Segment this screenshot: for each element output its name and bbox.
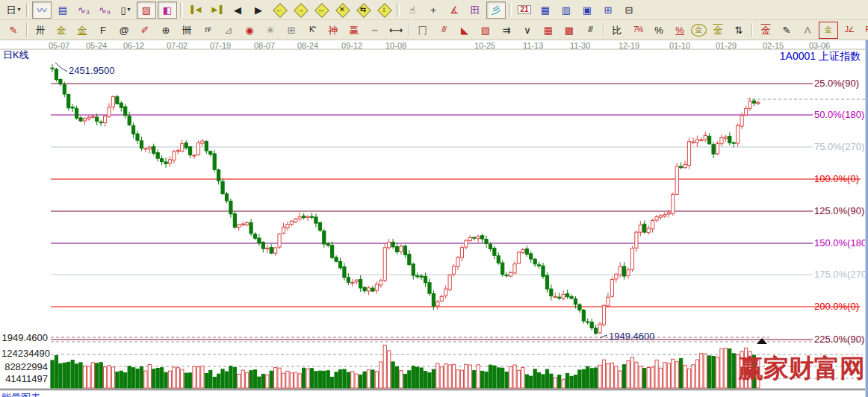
arrow-fan-icon[interactable]: ⇉ bbox=[497, 22, 516, 39]
volume-scale-label: 82822994 bbox=[1, 361, 48, 372]
crosshair-icon[interactable]: + bbox=[424, 1, 443, 19]
gold-overline-icon[interactable]: 金 bbox=[756, 22, 775, 39]
notes-icon[interactable]: ▥ bbox=[557, 1, 576, 19]
ruler-123-icon[interactable]: ┉ bbox=[365, 22, 385, 39]
chip-distribution-icon[interactable]: ▨ bbox=[137, 1, 156, 19]
diamond-arrow: ↕ bbox=[382, 6, 386, 13]
angle-tool-icon[interactable]: ∡ bbox=[444, 1, 464, 19]
zoom-in-icon[interactable]: → bbox=[291, 1, 310, 19]
pan-hand-icon[interactable]: ☝ bbox=[403, 1, 422, 19]
brush2-icon[interactable]: ✎ bbox=[777, 22, 796, 39]
fibonacci-lines-icon[interactable]: F bbox=[93, 22, 113, 39]
x-axis-date: 11-30 bbox=[570, 41, 590, 50]
toolbar-separator bbox=[180, 3, 183, 17]
cycle-circle-icon[interactable]: ⊕ bbox=[156, 22, 176, 39]
gann-box-fan-icon[interactable]: ◣ bbox=[455, 22, 474, 39]
gold-bands-icon[interactable]: 金 bbox=[708, 22, 728, 39]
percent-icon[interactable]: % bbox=[649, 22, 669, 39]
gann-level-label: 100.0%(0) bbox=[814, 173, 859, 184]
j-angle-icon[interactable]: J∠ bbox=[840, 22, 859, 39]
calculator-icon[interactable]: ▦ bbox=[536, 1, 555, 19]
x-axis-date: 08-07 bbox=[254, 41, 275, 50]
x-axis-date: 08-24 bbox=[297, 41, 318, 50]
target-circle-icon[interactable]: ◉ bbox=[240, 22, 259, 39]
gann-fan-icon[interactable]: /// bbox=[434, 22, 453, 39]
time-grid-icon[interactable]: 卌 bbox=[177, 22, 196, 39]
last-bar-icon[interactable]: ▶▐ bbox=[207, 1, 226, 19]
pattern-tool-icon[interactable]: 田 bbox=[465, 1, 485, 19]
compare-histogram-icon[interactable]: 比 bbox=[607, 22, 627, 39]
volume-profile-icon[interactable]: ◧ bbox=[158, 1, 177, 19]
volume-scale-label: 41411497 bbox=[1, 373, 48, 384]
minute3-chart-icon[interactable]: ∿₃ bbox=[74, 1, 93, 19]
chart-area[interactable]: 05-0705-2406-1207-0207-1908-0708-2409-12… bbox=[0, 40, 868, 397]
frame-tool-icon[interactable]: 冂 bbox=[413, 22, 433, 39]
gann-level-label: 200.0%(0) bbox=[814, 301, 859, 312]
candlestick-chart bbox=[0, 40, 868, 397]
ying-tool-icon[interactable]: 赢 bbox=[344, 22, 364, 39]
print-icon[interactable]: ⊟ bbox=[619, 1, 639, 19]
f-angle-icon[interactable]: F∠ bbox=[861, 22, 868, 39]
zigzag-check-icon[interactable]: ∨ bbox=[518, 22, 537, 39]
gann-grid-icon[interactable]: 卅 bbox=[31, 22, 50, 39]
x-axis-date: 09-12 bbox=[341, 41, 362, 50]
golden-band-icon[interactable]: 金 bbox=[72, 22, 92, 39]
candle-style-button[interactable]: ▯▾ bbox=[116, 1, 135, 19]
gold-box-icon[interactable]: 金 bbox=[819, 22, 838, 39]
toolbar-separator bbox=[603, 23, 604, 37]
spiral-icon[interactable]: @ bbox=[114, 22, 134, 39]
gann-level-label: 75.0%(270) bbox=[814, 141, 864, 152]
golden-section-icon[interactable]: 金 bbox=[52, 22, 71, 39]
shen-tool-icon[interactable]: 神 bbox=[323, 22, 343, 39]
percent-z-icon[interactable]: 7% bbox=[628, 22, 648, 39]
updown-arrows-icon[interactable]: ⇅ bbox=[729, 22, 748, 39]
gann-level-label: 50.0%(180) bbox=[814, 109, 864, 120]
compress-view-icon[interactable]: ✕ bbox=[332, 1, 352, 19]
expand-vertical-icon[interactable]: ↕ bbox=[374, 1, 394, 19]
minute9-chart-icon[interactable]: ∿₉ bbox=[95, 1, 114, 19]
gann-box-icon[interactable]: ▧ bbox=[476, 22, 495, 39]
gann-level-label: 125.0%(90) bbox=[814, 205, 864, 216]
x-axis-date: 06-12 bbox=[123, 41, 144, 50]
x-axis-date: 05-24 bbox=[86, 41, 107, 50]
swap-view-icon[interactable]: ⇆ bbox=[353, 1, 373, 19]
first-bar-icon[interactable]: ▌◀ bbox=[186, 1, 205, 19]
diamond-arrow: ⇆ bbox=[360, 6, 366, 13]
percent-underline-icon[interactable]: % bbox=[670, 22, 689, 39]
measure-brush-icon[interactable]: ✐ bbox=[135, 22, 155, 39]
x-axis-date: 07-19 bbox=[210, 41, 231, 50]
bottom-pane-tab[interactable]: 能量图表 bbox=[1, 391, 40, 397]
zoom-out-icon[interactable]: ← bbox=[270, 1, 289, 19]
width-measure-icon[interactable]: ⟷ bbox=[386, 22, 406, 39]
draw-brush-icon[interactable]: ✎ bbox=[4, 22, 23, 39]
smart-analysis-icon[interactable]: 彡 bbox=[486, 1, 506, 19]
x-axis-date: 12-19 bbox=[619, 41, 639, 50]
period-daily-button[interactable]: 日▾ bbox=[4, 1, 23, 19]
next-bar-icon[interactable]: ▶ bbox=[249, 1, 268, 19]
gold-circle-icon[interactable]: 金 bbox=[691, 24, 707, 37]
angle-line-icon[interactable]: ⊿ bbox=[219, 22, 238, 39]
prev-bar-icon[interactable]: ◀ bbox=[228, 1, 247, 19]
price-grid-icon[interactable]: ▦ bbox=[539, 22, 558, 39]
dropdown-arrow-icon: ▾ bbox=[128, 7, 131, 13]
quote-card-icon[interactable]: ▤ bbox=[53, 1, 72, 19]
wave-band-icon[interactable]: Λ bbox=[798, 22, 817, 39]
parallel-lines-icon[interactable]: /// bbox=[580, 22, 600, 39]
pane-splitter[interactable] bbox=[0, 389, 868, 391]
toolbar-separator bbox=[751, 23, 753, 37]
box-grid-arrow-icon[interactable]: ▩ bbox=[559, 22, 579, 39]
overlay-chart-icon[interactable]: 〰 bbox=[32, 1, 52, 19]
save-icon[interactable]: ▣ bbox=[577, 1, 597, 19]
high-price-annotation: 2451.9500 bbox=[69, 65, 114, 76]
toolbar-separator bbox=[26, 3, 29, 17]
watermark: 赢家财富网 bbox=[738, 351, 867, 386]
toolbar-separator bbox=[26, 23, 28, 37]
export-icon[interactable]: ⊞ bbox=[598, 1, 618, 19]
calendar-icon[interactable]: 21 bbox=[515, 1, 534, 19]
square-web-icon[interactable]: ⊞ bbox=[282, 22, 301, 39]
expand-horizontal-icon[interactable]: ↔ bbox=[311, 1, 331, 19]
k-note-icon[interactable]: Kʺ bbox=[303, 22, 322, 39]
n-square-icon[interactable]: n² bbox=[198, 22, 217, 39]
spider-web-icon[interactable]: ✳ bbox=[261, 22, 280, 39]
gann-level-label: 25.0%(90) bbox=[814, 78, 859, 89]
